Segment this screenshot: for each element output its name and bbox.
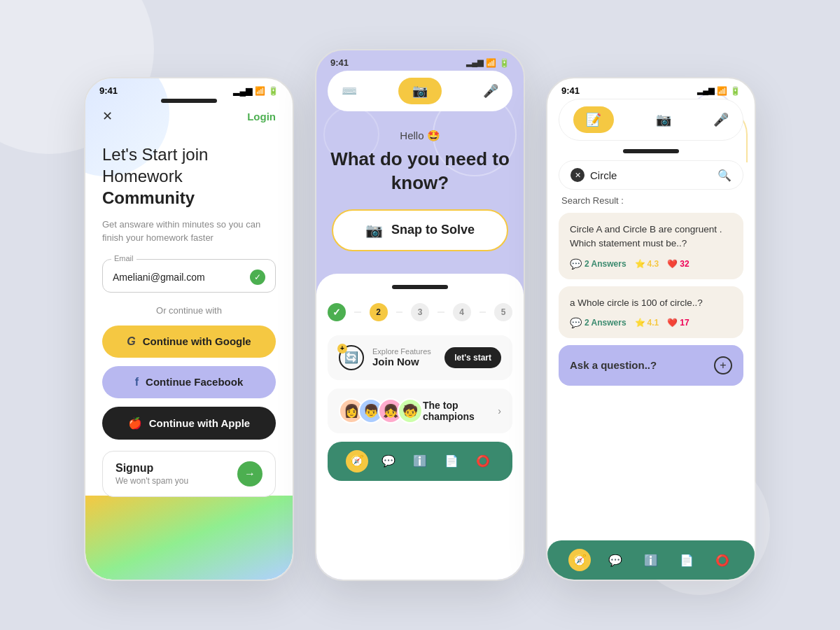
explore-title: Join Now [372, 356, 431, 368]
steps-row: ✓ 2 3 4 5 [328, 298, 512, 327]
nav-chat[interactable]: 💬 [377, 450, 400, 472]
answers-1: 💬 2 Answers [570, 258, 626, 270]
nav3-compass[interactable]: 🧭 [568, 549, 591, 571]
search-result-label: Search Result : [547, 195, 755, 206]
or-text: Or continue with [102, 305, 276, 316]
nav-circle[interactable]: ⭕ [472, 450, 494, 472]
signal-icon-2: ▂▄▆ [466, 58, 483, 67]
greeting-area: Hello 🤩 What do you need to know? [316, 122, 524, 209]
email-field[interactable]: Email Ameliani@gmail.com ✓ [102, 259, 276, 293]
ask-card[interactable]: Ask a question..? + [559, 345, 743, 386]
champ-label: The top champions [423, 400, 498, 422]
ask-text: Ask a question..? [570, 359, 657, 371]
phone-search: 9:41 ▂▄▆ 📶 🔋 📝 📷 🎤 ✕ Circle 🔍 Se [546, 77, 756, 581]
rating-value-1: 4.3 [648, 259, 659, 269]
explore-texts: Explore Features Join Now [372, 347, 431, 368]
phone1-header: ✕ Login [102, 108, 276, 124]
nav3-info[interactable]: ℹ️ [640, 549, 662, 571]
answers-count-1: 2 Answers [584, 259, 626, 269]
rating-value-2: 4.1 [648, 318, 659, 328]
status-bar-2: 9:41 ▂▄▆ 📶 🔋 [316, 50, 524, 71]
step-2: 2 [370, 303, 388, 321]
rating-2: ⭐ 4.1 [635, 318, 659, 328]
step-4: 4 [453, 303, 471, 321]
likes-value-1: 32 [680, 259, 689, 269]
close-button[interactable]: ✕ [102, 108, 113, 124]
heart-icon-2: ❤️ [667, 318, 678, 328]
battery-icon-2: 🔋 [499, 58, 510, 68]
status-bar-3: 9:41 ▂▄▆ 📶 🔋 [547, 78, 755, 99]
nav-compass[interactable]: 🧭 [346, 450, 368, 472]
champions-card[interactable]: 👩 👦 👧 🧒 The top champions › [328, 388, 512, 433]
bottom-nav-2: 🧭 💬 ℹ️ 📄 ⭕ [328, 442, 512, 481]
champ-arrow: › [498, 405, 501, 416]
notch-2 [392, 285, 448, 289]
wifi-icon-3: 📶 [717, 86, 727, 96]
nav-info[interactable]: ℹ️ [409, 450, 431, 472]
signal-icon: ▂▄▆ [233, 86, 252, 96]
mic-icon-3[interactable]: 🎤 [713, 112, 729, 127]
main-question: What do you need to know? [330, 148, 510, 195]
step-5: 5 [494, 303, 512, 321]
search-clear-btn[interactable]: ✕ [570, 168, 584, 182]
signup-title: Signup [115, 462, 188, 475]
ask-plus-btn[interactable]: + [714, 356, 732, 374]
chat-icon-2: 💬 [570, 317, 582, 328]
nav3-bookmark[interactable]: 📄 [676, 549, 698, 571]
result-card-2[interactable]: a Whole circle is 100 of circle..? 💬 2 A… [559, 286, 743, 338]
notch [161, 99, 217, 103]
camera-btn[interactable]: 📷 [398, 78, 442, 104]
signal-icon-3: ▂▄▆ [697, 86, 714, 95]
google-icon: G [127, 335, 135, 348]
champ-avatar-4: 🧒 [398, 398, 423, 424]
signup-text: Signup We won't spam you [115, 462, 188, 486]
lets-start-btn[interactable]: let's start [444, 347, 501, 368]
nav3-chat[interactable]: 💬 [604, 549, 626, 571]
result-question-2: a Whole circle is 100 of circle..? [570, 296, 732, 310]
explore-sub: Explore Features [372, 347, 431, 356]
mic-icon[interactable]: 🎤 [483, 83, 498, 99]
status-time-1: 9:41 [99, 85, 118, 96]
bottom-nav-3: 🧭 💬 ℹ️ 📄 ⭕ [547, 540, 755, 580]
battery-icon: 🔋 [268, 86, 279, 96]
notch-3 [623, 149, 679, 153]
rating-1: ⭐ 4.3 [635, 259, 659, 269]
apple-button[interactable]: 🍎 Continue with Apple [102, 407, 276, 440]
signup-button[interactable]: Signup We won't spam you → [102, 451, 276, 497]
google-button[interactable]: G Continue with Google [102, 326, 276, 358]
wifi-icon: 📶 [255, 86, 265, 96]
nav3-circle[interactable]: ⭕ [711, 549, 734, 571]
chat-icon-1: 💬 [570, 258, 582, 270]
result-meta-2: 💬 2 Answers ⭐ 4.1 ❤️ 17 [570, 317, 732, 328]
phone2-bottom: ✓ 2 3 4 5 + 🔄 Explore Features [316, 274, 524, 580]
check-icon: ✓ [250, 270, 265, 285]
search-icon[interactable]: 🔍 [718, 169, 732, 182]
status-icons-3: ▂▄▆ 📶 🔋 [697, 86, 741, 96]
wifi-icon-2: 📶 [486, 58, 496, 68]
step-3: 3 [411, 303, 429, 321]
login-link[interactable]: Login [247, 111, 276, 122]
keyboard-icon[interactable]: ⌨️ [342, 83, 357, 99]
status-time-2: 9:41 [330, 57, 349, 68]
camera-snap-icon: 📷 [365, 222, 383, 239]
answers-2: 💬 2 Answers [570, 317, 626, 328]
snap-button[interactable]: 📷 Snap to Solve [332, 209, 508, 251]
step-1: ✓ [328, 303, 346, 321]
search-bar[interactable]: ✕ Circle 🔍 [559, 160, 743, 190]
text-mode-btn[interactable]: 📝 [573, 106, 614, 133]
likes-2: ❤️ 17 [667, 318, 689, 328]
apple-icon: 🍎 [128, 416, 142, 430]
result-meta-1: 💬 2 Answers ⭐ 4.3 ❤️ 32 [570, 258, 732, 270]
signup-sub: We won't spam you [115, 476, 188, 486]
result-card-1[interactable]: Circle A and Circle B are congruent . Wh… [559, 213, 743, 279]
nav-bookmark[interactable]: 📄 [440, 450, 463, 472]
battery-icon-3: 🔋 [730, 86, 741, 96]
phone-login: 9:41 ▂▄▆ 📶 🔋 ✕ Login Let's Start join Ho… [84, 77, 294, 581]
likes-1: ❤️ 32 [667, 259, 689, 269]
signup-arrow: → [237, 461, 262, 486]
snap-label: Snap to Solve [391, 223, 475, 237]
camera-icon-3[interactable]: 📷 [656, 112, 671, 127]
facebook-button[interactable]: f Continue Facebook [102, 366, 276, 398]
star-icon-1: ⭐ [635, 259, 645, 269]
champ-avatars: 👩 👦 👧 🧒 [339, 398, 423, 424]
